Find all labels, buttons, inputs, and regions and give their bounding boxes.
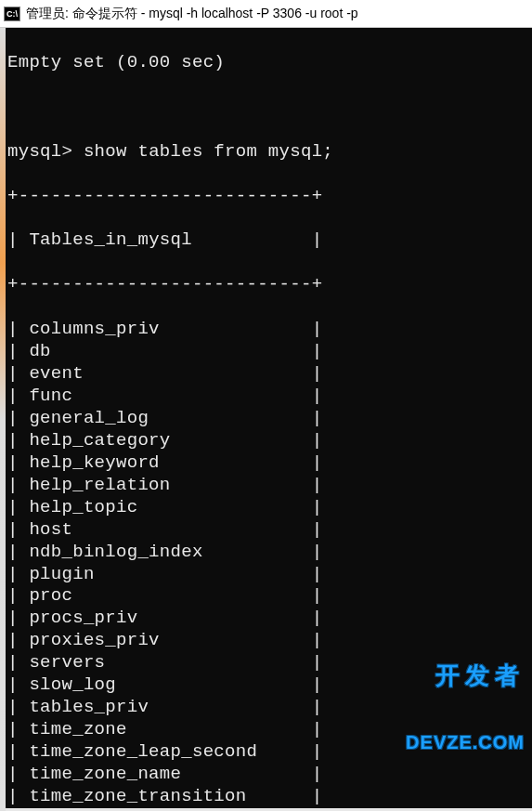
prompt: mysql> [7,141,72,162]
table-row: | time_zone_name | [6,764,532,786]
table-row: | plugin | [6,564,532,586]
table-row: | help_category | [6,430,532,452]
table-row: | slow_log | [6,674,532,697]
table-row: | func | [6,386,532,408]
table-row: | proxies_priv | [6,630,532,652]
table-row: | help_relation | [6,475,532,497]
empty-set-line: Empty set (0.00 sec) [6,52,532,74]
blank-line [6,97,532,119]
window-title: 管理员: 命令提示符 - mysql -h localhost -P 3306 … [26,6,358,22]
table-row: | tables_priv | [6,697,532,719]
table-row: | db | [6,341,532,363]
sql-command: show tables from mysql; [72,141,333,162]
table-row: | help_keyword | [6,452,532,475]
table-header: Tables_in_mysql [29,229,192,250]
table-row: | procs_priv | [6,608,532,630]
table-row: | time_zone_transition | [6,786,532,808]
table-border-top: +---------------------------+ [6,186,532,208]
terminal-body[interactable]: Empty set (0.00 sec) mysql> show tables … [6,28,532,808]
table-row: | time_zone_leap_second | [6,741,532,764]
table-row: | ndb_binlog_index | [6,542,532,564]
table-row: | time_zone | [6,719,532,741]
table-row: | servers | [6,652,532,674]
window-title-bar[interactable]: C:\ 管理员: 命令提示符 - mysql -h localhost -P 3… [0,0,532,28]
table-row: | columns_priv | [6,319,532,341]
table-row: | help_topic | [6,497,532,519]
table-row: | event | [6,363,532,386]
table-header-row: | Tables_in_mysql | [6,229,532,252]
table-row: | host | [6,519,532,542]
table-row: | proc | [6,585,532,608]
table-row: | general_log | [6,408,532,430]
cmd-icon: C:\ [4,7,20,21]
table-border-mid: +---------------------------+ [6,274,532,296]
command-line: mysql> show tables from mysql; [6,141,532,164]
